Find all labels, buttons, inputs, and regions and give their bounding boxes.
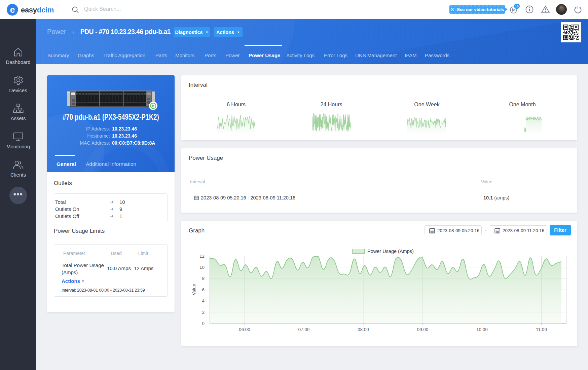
svg-text:e: e (10, 5, 15, 15)
